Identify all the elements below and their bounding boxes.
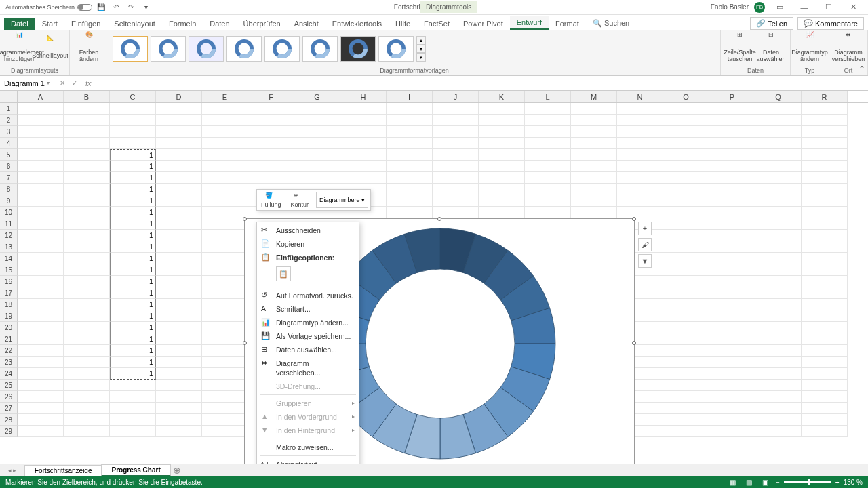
cell[interactable] xyxy=(156,241,202,253)
cell[interactable] xyxy=(755,403,802,414)
cell[interactable] xyxy=(18,310,64,322)
cell[interactable] xyxy=(802,380,848,391)
cell[interactable] xyxy=(64,115,110,126)
cell[interactable] xyxy=(571,103,617,115)
column-header[interactable]: G xyxy=(294,91,340,102)
cell[interactable] xyxy=(340,161,387,172)
tab-formeln[interactable]: Formeln xyxy=(162,18,203,30)
row-header[interactable]: 24 xyxy=(0,368,18,380)
chart-area-selector[interactable]: Diagrammbere ▾ xyxy=(316,192,368,208)
cell[interactable] xyxy=(663,149,709,161)
cell[interactable] xyxy=(663,391,709,403)
cell[interactable] xyxy=(433,103,479,115)
row-header[interactable]: 9 xyxy=(0,195,18,207)
cell[interactable] xyxy=(755,414,802,426)
tab-format[interactable]: Format xyxy=(549,18,586,30)
column-header[interactable]: R xyxy=(802,91,848,102)
zoom-slider[interactable] xyxy=(784,481,831,483)
cell[interactable] xyxy=(709,426,755,437)
cell[interactable] xyxy=(525,195,571,207)
cell[interactable] xyxy=(156,230,202,241)
cell[interactable]: 1 xyxy=(110,333,156,345)
outline-dropdown[interactable]: ✏Kontur xyxy=(289,192,311,208)
cell[interactable] xyxy=(709,230,755,241)
cell[interactable] xyxy=(663,103,709,115)
share-button[interactable]: 🔗 Teilen xyxy=(750,17,793,30)
cell[interactable] xyxy=(387,172,433,184)
cell[interactable] xyxy=(248,126,294,138)
cell[interactable] xyxy=(202,287,248,299)
gallery-down-icon[interactable]: ▼ xyxy=(416,45,426,54)
ribbon-options-icon[interactable]: ▭ xyxy=(770,1,789,14)
cell[interactable] xyxy=(802,322,848,333)
cell[interactable] xyxy=(64,414,110,426)
zoom-in-icon[interactable]: + xyxy=(835,479,840,486)
cell[interactable] xyxy=(387,184,433,195)
tab-ansicht[interactable]: Ansicht xyxy=(288,18,326,30)
cell[interactable] xyxy=(340,115,387,126)
cell[interactable]: 1 xyxy=(110,172,156,184)
cell[interactable] xyxy=(755,264,802,276)
ctx-assign-macro[interactable]: Makro zuweisen... xyxy=(257,441,359,454)
cell[interactable] xyxy=(156,195,202,207)
cell[interactable] xyxy=(156,253,202,264)
cell[interactable] xyxy=(18,276,64,287)
ctx-reset-format[interactable]: ↺Auf Formatvorl. zurücks. xyxy=(257,289,359,302)
cell[interactable] xyxy=(663,287,709,299)
cell[interactable] xyxy=(202,115,248,126)
column-header[interactable]: O xyxy=(663,91,709,102)
cell[interactable] xyxy=(663,333,709,345)
ctx-save-template[interactable]: 💾Als Vorlage speichern... xyxy=(257,329,359,343)
page-layout-icon[interactable]: ▤ xyxy=(743,477,755,487)
row-header[interactable]: 19 xyxy=(0,310,18,322)
cell[interactable] xyxy=(525,126,571,138)
tab-power pivot[interactable]: Power Pivot xyxy=(456,18,510,30)
cell[interactable] xyxy=(709,276,755,287)
ctx-alt-text[interactable]: 🏷Alternativtext bearbeiten... xyxy=(257,458,359,464)
cell[interactable] xyxy=(755,391,802,403)
cell[interactable] xyxy=(755,322,802,333)
cell[interactable] xyxy=(709,149,755,161)
cell[interactable] xyxy=(663,172,709,184)
cell[interactable] xyxy=(802,264,848,276)
cell[interactable] xyxy=(802,310,848,322)
cell[interactable] xyxy=(755,172,802,184)
cell[interactable] xyxy=(202,299,248,310)
cell[interactable] xyxy=(709,184,755,195)
cell[interactable] xyxy=(248,149,294,161)
cell[interactable] xyxy=(18,414,64,426)
cell[interactable] xyxy=(663,207,709,218)
cell[interactable]: 1 xyxy=(110,149,156,161)
cell[interactable] xyxy=(202,264,248,276)
cell[interactable]: 1 xyxy=(110,264,156,276)
cell[interactable] xyxy=(617,103,663,115)
cell[interactable] xyxy=(156,391,202,403)
cell[interactable] xyxy=(479,195,525,207)
cell[interactable] xyxy=(663,403,709,414)
cell[interactable] xyxy=(755,230,802,241)
column-header[interactable]: K xyxy=(479,91,525,102)
sheet-tab[interactable]: Fortschrittsanzeige xyxy=(24,465,102,476)
switch-row-col-button[interactable]: ⊞Zeile/Spalte tauschen xyxy=(725,31,755,64)
cell[interactable] xyxy=(709,103,755,115)
cell[interactable] xyxy=(202,276,248,287)
cell[interactable] xyxy=(755,299,802,310)
cell[interactable] xyxy=(202,230,248,241)
cell[interactable] xyxy=(64,276,110,287)
page-break-icon[interactable]: ▣ xyxy=(760,477,772,487)
cell[interactable] xyxy=(525,172,571,184)
cell[interactable] xyxy=(802,230,848,241)
column-header[interactable]: E xyxy=(202,91,248,102)
cell[interactable] xyxy=(294,149,340,161)
chart-style-thumb[interactable] xyxy=(113,36,148,62)
cell[interactable] xyxy=(663,115,709,126)
row-header[interactable]: 10 xyxy=(0,207,18,218)
cell[interactable] xyxy=(64,230,110,241)
cell[interactable] xyxy=(709,115,755,126)
chart-filter-icon[interactable]: ▼ xyxy=(638,254,652,268)
cell[interactable] xyxy=(18,426,64,437)
cell[interactable] xyxy=(110,426,156,437)
cell[interactable] xyxy=(571,207,617,218)
sheet-nav[interactable]: ◂ ▸ xyxy=(0,467,24,474)
cell[interactable] xyxy=(110,103,156,115)
